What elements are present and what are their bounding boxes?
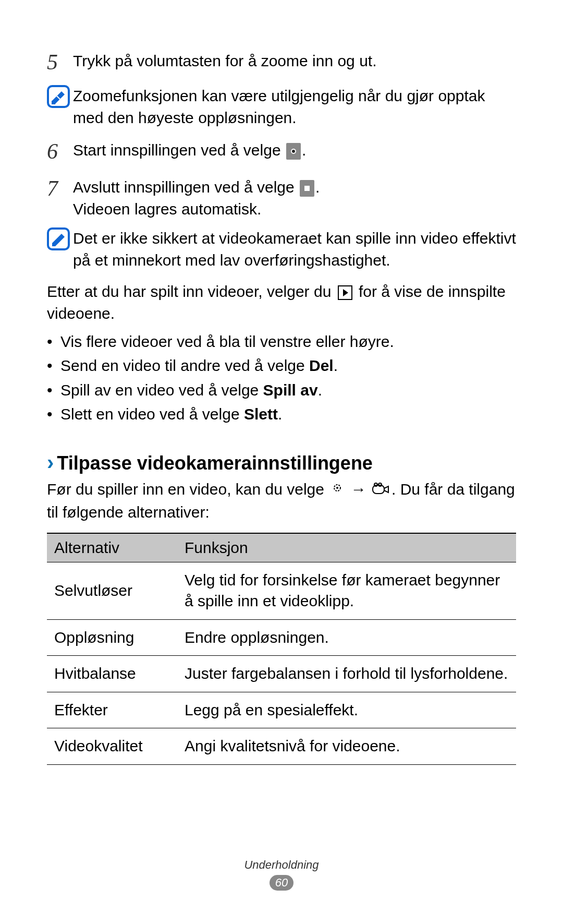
text-before: Etter at du har spilt inn videoer, velge… (47, 283, 336, 300)
cell-desc: Velg tid for forsinkelse før kameraet be… (177, 562, 516, 619)
line2: Videoen lagres automatisk. (73, 200, 261, 218)
step-5: 5 Trykk på volumtasten for å zoome inn o… (47, 47, 516, 78)
table-row: Selvutløser Velg tid for forsinkelse før… (47, 562, 516, 619)
text-after: . (302, 141, 306, 159)
list-item: Vis flere videoer ved å bla til venstre … (47, 330, 516, 354)
bold-text: Slett (244, 405, 278, 423)
cell-desc: Legg på en spesialeffekt. (177, 692, 516, 728)
footer-section-label: Underholdning (0, 858, 563, 872)
note-text: Zoomefunksjonen kan være utilgjengelig n… (73, 84, 516, 129)
text-before: Før du spiller inn en video, kan du velg… (47, 481, 328, 498)
bold-text: Del (309, 357, 334, 374)
video-actions-list: Vis flere videoer ved å bla til venstre … (47, 330, 516, 427)
list-item: Spill av en video ved å velge Spill av. (47, 378, 516, 403)
step-number: 7 (47, 173, 73, 204)
text-before: Slett en video ved å velge (60, 405, 244, 423)
table-header-row: Alternativ Funksjon (47, 533, 516, 562)
chevron-icon: › (47, 451, 54, 474)
list-item: Slett en video ved å velge Slett. (47, 402, 516, 427)
step-6: 6 Start innspillingen ved å velge . (47, 136, 516, 167)
table-row: Videokvalitet Angi kvalitetsnivå for vid… (47, 728, 516, 765)
step-text: Trykk på volumtasten for å zoome inn og … (73, 47, 516, 72)
svg-point-4 (336, 487, 338, 489)
play-icon (338, 285, 352, 300)
cell-option: Hvitbalanse (47, 656, 177, 692)
page-number: 60 (270, 875, 293, 891)
step-number: 6 (47, 136, 73, 167)
section-intro: Før du spiller inn en video, kan du velg… (47, 478, 516, 523)
text-after: . (278, 405, 282, 423)
text-before: Start innspillingen ved å velge (73, 141, 285, 159)
header-funksjon: Funksjon (177, 533, 516, 562)
cell-option: Oppløsning (47, 619, 177, 656)
cell-desc: Endre oppløsningen. (177, 619, 516, 656)
cell-option: Selvutløser (47, 562, 177, 619)
step-7: 7 Avslutt innspillingen ved å velge . Vi… (47, 173, 516, 220)
step-number: 5 (47, 47, 73, 78)
table-row: Hvitbalanse Juster fargebalansen i forho… (47, 656, 516, 692)
gear-icon (329, 479, 345, 501)
note-text: Det er ikke sikkert at videokameraet kan… (73, 226, 516, 271)
svg-point-6 (374, 483, 377, 486)
table-row: Oppløsning Endre oppløsningen. (47, 619, 516, 656)
list-item: Send en video til andre ved å velge Del. (47, 354, 516, 378)
page-content: 5 Trykk på volumtasten for å zoome inn o… (0, 0, 563, 765)
bold-text: Spill av (263, 381, 318, 399)
cell-option: Effekter (47, 692, 177, 728)
cell-desc: Juster fargebalansen i forhold til lysfo… (177, 656, 516, 692)
text-before: Spill av en video ved å velge (60, 381, 263, 399)
note-icon (47, 226, 73, 256)
bullet-text: Vis flere videoer ved å bla til venstre … (60, 333, 394, 350)
note-zoom: Zoomefunksjonen kan være utilgjengelig n… (47, 84, 516, 129)
page-footer: Underholdning 60 (0, 858, 563, 891)
stop-icon (300, 180, 314, 197)
text-after: . (318, 381, 322, 399)
text-before: Send en video til andre ved å velge (60, 357, 309, 374)
note-icon (47, 84, 73, 114)
after-record-para: Etter at du har spilt inn videoer, velge… (47, 281, 516, 325)
line1-after: . (315, 178, 320, 196)
options-table: Alternativ Funksjon Selvutløser Velg tid… (47, 533, 516, 765)
svg-rect-5 (373, 485, 384, 494)
line1-before: Avslutt innspillingen ved å velge (73, 178, 299, 196)
cell-desc: Angi kvalitetsnivå for videoene. (177, 728, 516, 765)
text-after: . (334, 357, 338, 374)
cell-option: Videokvalitet (47, 728, 177, 765)
table-row: Effekter Legg på en spesialeffekt. (47, 692, 516, 728)
arrow: → (346, 481, 371, 498)
section-heading: › Tilpasse videokamerainnstillingene (47, 451, 516, 474)
section-title: Tilpasse videokamerainnstillingene (57, 452, 373, 474)
header-alternativ: Alternativ (47, 533, 177, 562)
step-text: Start innspillingen ved å velge . (73, 136, 516, 161)
record-icon (286, 143, 301, 160)
step-text: Avslutt innspillingen ved å velge . Vide… (73, 173, 516, 220)
videocam-icon (372, 479, 390, 501)
note-sdcard: Det er ikke sikkert at videokameraet kan… (47, 226, 516, 271)
